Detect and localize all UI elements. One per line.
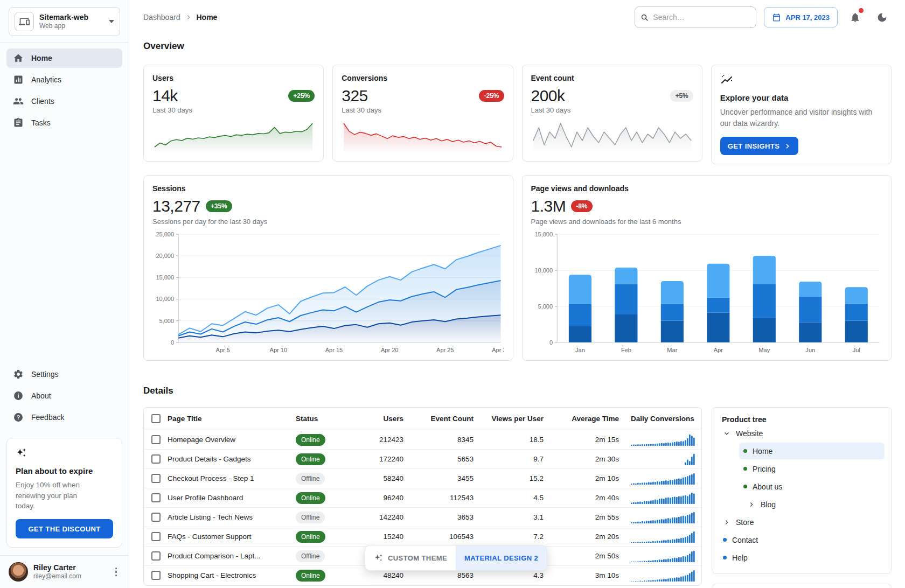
home-icon (13, 53, 24, 64)
product-tree-title: Product tree (719, 415, 885, 424)
trend-chip: +5% (670, 90, 693, 102)
stat-card-users[interactable]: Users 14k +25% Last 30 days (143, 65, 324, 162)
breadcrumb-dashboard[interactable]: Dashboard (143, 13, 180, 22)
tree-item-blog[interactable]: Blog (743, 496, 885, 513)
sidebar-item-feedback[interactable]: ? Feedback (6, 408, 122, 427)
status-badge: Online (296, 492, 325, 504)
svg-text:Apr: Apr (713, 347, 722, 353)
svg-text:Jul: Jul (852, 347, 860, 353)
svg-text:0: 0 (171, 339, 174, 346)
chevron-right-icon (723, 519, 730, 526)
chart-value: 1.3M (531, 197, 566, 215)
svg-text:15,000: 15,000 (534, 231, 553, 237)
explore-title: Explore your data (720, 93, 882, 102)
row-checkbox[interactable] (151, 532, 161, 541)
material-design-2-button[interactable]: MATERIAL DESIGN 2 (456, 545, 547, 570)
tree-item-contact[interactable]: Contact (719, 531, 885, 548)
workspace-type: Web app (39, 22, 103, 30)
row-checkbox-cell (144, 493, 168, 502)
col-status: Status (296, 415, 347, 423)
sidebar-item-analytics[interactable]: Analytics (6, 70, 122, 89)
select-all-checkbox[interactable] (151, 414, 161, 423)
daily-conversions-sparkline (631, 569, 695, 582)
get-insights-button[interactable]: GET INSIGHTS (720, 137, 799, 155)
daily-conversions-cell (622, 530, 701, 543)
tree-item-pricing[interactable]: Pricing (739, 460, 885, 477)
table-row[interactable]: Checkout Process - Step 1Offline58240345… (144, 469, 701, 488)
views-per-user-cell: 15.2 (477, 474, 547, 482)
blue-dot-icon (723, 556, 727, 559)
average-time-cell: 2m 40s (547, 494, 622, 502)
views-per-user-cell: 9.7 (477, 455, 547, 463)
users-sparkline (152, 119, 315, 152)
tree-item-store[interactable]: Store (719, 514, 885, 530)
col-users: Users (347, 415, 407, 423)
table-row[interactable]: Article Listing - Tech NewsOffline142240… (144, 508, 701, 527)
get-discount-button[interactable]: GET THE DISCOUNT (16, 519, 113, 538)
tree-item-label: Store (736, 518, 754, 527)
row-checkbox-cell (144, 513, 168, 522)
workspace-select[interactable]: Sitemark-web Web app (9, 7, 120, 36)
table-row[interactable]: Homepage OverviewOnline212423834518.52m … (144, 430, 701, 450)
stat-caption: Last 30 days (342, 106, 504, 114)
row-checkbox[interactable] (151, 571, 161, 580)
get-insights-label: GET INSIGHTS (728, 142, 780, 150)
status-badge: Offline (296, 512, 325, 523)
tree-item-label: Website (736, 429, 763, 438)
stat-card-conversions[interactable]: Conversions 325 -25% Last 30 days (332, 65, 513, 162)
pageviews-bar-chart: 05,00010,00015,000JanFebMarAprMayJunJul (531, 230, 883, 356)
daily-conversions-sparkline (631, 550, 695, 563)
tree-item-home[interactable]: Home (739, 443, 885, 459)
stat-card-event-count[interactable]: Event count 200k +5% Last 30 days (522, 65, 702, 162)
sidebar-item-label: Home (31, 54, 52, 62)
sidebar-item-about[interactable]: About (6, 386, 122, 405)
row-checkbox[interactable] (151, 435, 161, 444)
date-picker-button[interactable]: APR 17, 2023 (764, 7, 838, 27)
svg-text:May: May (758, 347, 770, 353)
dark-mode-toggle[interactable] (872, 8, 892, 27)
table-row[interactable]: Product Details - GadgetsOnline172240565… (144, 450, 701, 469)
row-checkbox-cell (144, 551, 168, 561)
topbar: Dashboard Home APR 17, 2023 (143, 0, 892, 34)
row-checkbox[interactable] (151, 493, 161, 502)
sidebar-item-home[interactable]: Home (6, 48, 122, 68)
table-header-row: Page Title Status Users Event Count View… (144, 408, 701, 430)
green-dot-icon (743, 467, 747, 471)
table-row[interactable]: User Profile DashboardOnline962401125434… (144, 488, 701, 508)
sidebar-item-label: Tasks (31, 118, 51, 127)
row-checkbox[interactable] (151, 551, 161, 561)
sidebar-item-tasks[interactable]: Tasks (6, 113, 122, 132)
users-cell: 172240 (347, 455, 407, 463)
sidebar-item-clients[interactable]: Clients (6, 92, 122, 111)
svg-text:20,000: 20,000 (156, 253, 174, 259)
average-time-cell: 2m 55s (547, 513, 622, 521)
row-checkbox-cell (144, 571, 168, 580)
views-per-user-cell: 3.1 (477, 513, 547, 521)
tree-item-help[interactable]: Help (719, 549, 885, 566)
sidebar-item-settings[interactable]: Settings (6, 365, 122, 384)
table-row[interactable]: FAQs - Customer SupportOnline15240106543… (144, 527, 701, 547)
product-tree-card: Product tree Website Home Pricing (712, 407, 892, 574)
help-icon: ? (13, 412, 24, 423)
views-per-user-cell: 4.3 (477, 571, 547, 579)
status-badge: Online (296, 453, 325, 465)
page-title-cell: User Profile Dashboard (168, 494, 296, 502)
row-checkbox[interactable] (151, 454, 161, 464)
page-title-cell: Checkout Process - Step 1 (168, 474, 296, 482)
notifications-button[interactable] (845, 8, 865, 27)
user-menu-button[interactable] (112, 564, 121, 580)
sidebar-secondary-nav: Settings About ? Feedback (0, 359, 129, 432)
page-title-cell: Product Comparison - Lapt... (168, 552, 296, 560)
status-cell: Online (296, 492, 347, 504)
custom-theme-button[interactable]: CUSTOM THEME (365, 545, 456, 570)
average-time-cell: 2m 30s (547, 455, 622, 463)
breadcrumb-current: Home (197, 13, 218, 22)
row-checkbox[interactable] (151, 474, 161, 483)
row-checkbox[interactable] (151, 513, 161, 522)
event-count-sparkline (531, 119, 693, 152)
people-icon (13, 96, 24, 107)
sidebar-item-label: Settings (31, 370, 59, 379)
search-input[interactable] (653, 13, 750, 22)
tree-item-about-us[interactable]: About us (739, 478, 885, 495)
tree-item-website[interactable]: Website (719, 425, 885, 442)
